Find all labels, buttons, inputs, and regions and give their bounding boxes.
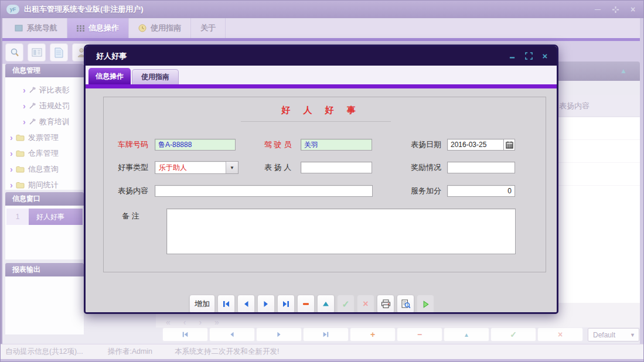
dialog-tabs: 信息操作 使用指南	[86, 66, 557, 84]
add-button[interactable]: 增加	[189, 295, 215, 313]
sidebar-section-info-management[interactable]: 信息管理	[5, 64, 84, 77]
last-record-button[interactable]	[277, 295, 295, 313]
open-window-row[interactable]: 1 好人好事	[6, 209, 83, 225]
restore-icon[interactable]	[609, 4, 621, 15]
cancel-button[interactable]: ×	[357, 295, 374, 313]
sidebar-section-info-windows[interactable]: 信息窗口	[5, 192, 84, 206]
report-output-panel	[5, 276, 84, 334]
score-input[interactable]	[447, 185, 515, 197]
bg-cancel-button[interactable]: ×	[537, 327, 583, 341]
dialog-maximize-icon[interactable]	[524, 51, 533, 60]
content-input[interactable]	[155, 185, 373, 197]
window-left-edge	[1, 18, 2, 344]
bg-last-button[interactable]	[303, 327, 349, 341]
sidebar-item-pingbi[interactable]: › 评比表彰	[5, 82, 84, 98]
preview-button[interactable]	[397, 295, 414, 313]
window-right-edge	[640, 18, 643, 344]
dialog-tab-accent-bar	[86, 84, 557, 88]
preset-dropdown[interactable]: Default ▼	[588, 328, 639, 341]
sidebar-item-jiaoyu[interactable]: › 教育培训	[5, 114, 84, 129]
sidebar-item-xinxi[interactable]: › 信息查询	[5, 161, 84, 177]
praiser-label: 表 扬 人	[264, 162, 298, 173]
collapse-up-icon[interactable]: ▲	[620, 67, 627, 75]
calendar-button[interactable]	[504, 139, 515, 151]
deed-type-combobox[interactable]: 乐于助人 ▼	[155, 161, 238, 174]
folder-icon	[16, 134, 25, 141]
background-pagination: «‹›»	[166, 317, 232, 327]
tool-icon	[29, 118, 36, 125]
bg-first-button[interactable]	[162, 327, 208, 341]
calendar-icon	[506, 141, 513, 149]
window-controls: ─ ×	[592, 4, 639, 15]
up-triangle-icon: ▲	[464, 332, 469, 338]
print-preview-icon	[401, 299, 411, 309]
folder-icon	[16, 182, 25, 189]
tree-label: 评比表彰	[39, 85, 70, 95]
deed-type-label: 好事类型	[118, 162, 152, 173]
tree-label: 信息查询	[28, 164, 59, 175]
praiser-input[interactable]	[301, 162, 372, 173]
open-window-label: 好人好事	[29, 209, 83, 225]
combo-dropdown-button[interactable]: ▼	[226, 162, 238, 173]
tab-label: 关于	[200, 23, 216, 33]
dialog-close-icon[interactable]: ×	[540, 51, 550, 60]
print-button[interactable]	[377, 295, 394, 313]
plate-input[interactable]	[155, 139, 236, 151]
search-button[interactable]	[5, 43, 23, 62]
app-logo-icon: yF	[6, 5, 19, 14]
bg-up-button[interactable]: ▲	[444, 327, 489, 341]
sidebar-item-fapiao[interactable]: › 发票管理	[5, 129, 84, 145]
chevron-down-icon: ▼	[230, 165, 234, 170]
confirm-button[interactable]: ✓	[337, 295, 355, 313]
post-record-button[interactable]	[317, 295, 335, 313]
app-window: yF 出租车管理系统专业版(非注册用户) ─ × 系统导航 信息操作 使用指南 …	[0, 0, 644, 362]
minimize-icon[interactable]: ─	[592, 4, 604, 15]
dialog-tab-user-guide[interactable]: 使用指南	[132, 69, 179, 84]
sidebar-section-report-output[interactable]: 报表输出	[5, 263, 84, 276]
tab-info-operation[interactable]: 信息操作	[67, 18, 129, 38]
driver-input[interactable]	[301, 139, 372, 151]
next-icon	[262, 300, 270, 308]
first-icon	[182, 331, 189, 338]
next-record-button[interactable]	[257, 295, 275, 313]
last-icon	[322, 331, 329, 338]
dialog-controls: ×	[507, 51, 550, 60]
card-view-button[interactable]	[28, 43, 46, 62]
titlebar: yF 出租车管理系统专业版(非注册用户) ─ ×	[1, 1, 644, 18]
chevron-right-icon: ›	[10, 180, 13, 190]
close-icon[interactable]: ×	[627, 4, 639, 15]
bg-next-button[interactable]	[256, 327, 302, 341]
bg-ok-button[interactable]: ✓	[490, 327, 536, 341]
tab-about[interactable]: 关于	[191, 18, 226, 38]
guide-clock-icon	[138, 24, 146, 32]
dialog-minimize-icon[interactable]	[507, 51, 517, 60]
minus-icon: −	[417, 330, 422, 339]
sidebar-item-qijian[interactable]: › 期间统计	[5, 177, 84, 193]
tab-system-nav[interactable]: 系统导航	[5, 18, 67, 38]
sidebar-item-cangku[interactable]: › 仓库管理	[5, 145, 84, 161]
reward-label: 奖励情况	[411, 162, 445, 173]
prev-record-button[interactable]	[237, 295, 255, 313]
last-icon	[282, 300, 290, 308]
reward-input[interactable]	[447, 162, 515, 173]
bg-prev-button[interactable]	[209, 327, 255, 341]
document-icon	[54, 47, 63, 58]
play-icon	[421, 300, 430, 309]
sidebar-item-weigui[interactable]: › 违规处罚	[5, 98, 84, 114]
deed-type-value: 乐于助人	[155, 162, 226, 173]
delete-record-button[interactable]	[297, 295, 315, 313]
bg-remove-button[interactable]: −	[397, 327, 442, 341]
run-button[interactable]	[417, 295, 434, 313]
dialog-tab-info-operation[interactable]: 信息操作	[88, 68, 131, 84]
remark-textarea[interactable]	[166, 209, 516, 254]
date-input[interactable]	[447, 139, 504, 151]
document-button[interactable]	[50, 43, 68, 62]
driver-label: 驾 驶 员	[264, 139, 298, 151]
nav-square-icon	[15, 25, 23, 32]
tab-user-guide[interactable]: 使用指南	[129, 18, 191, 38]
first-record-button[interactable]	[217, 295, 235, 313]
open-window-index: 1	[6, 209, 29, 225]
status-operator: 操作者:Admin	[108, 347, 152, 357]
bg-add-button[interactable]: +	[350, 327, 396, 341]
window-bottom-edge	[1, 359, 644, 362]
